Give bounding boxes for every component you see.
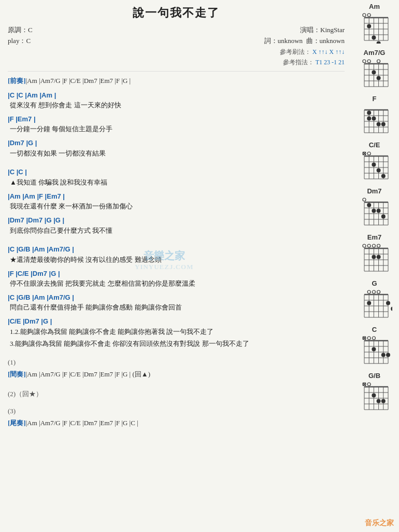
section-20: 問自己還有什麼值得搶手 能夠讓你會感動 能夠讓你會回首 (8, 302, 345, 313)
singer-label: 演唱： (300, 26, 320, 34)
play-label: play： (8, 37, 26, 45)
section-18: 停不住眼淚去挽留 把我要完就走 怎麼相信當初的你是那麼溫柔 (8, 278, 345, 289)
composer-label: 曲： (306, 37, 320, 45)
singer: KingStar (320, 26, 345, 34)
section-23 (8, 351, 345, 355)
section-27: (2)（回★） (8, 389, 345, 399)
section-16: ★還清楚最後吻你的時候 沒有以往的感受 難過念頭 (8, 255, 345, 265)
play-key: C (26, 37, 31, 45)
section-29: (3) (8, 407, 345, 415)
original-key-label: 原調： (8, 26, 28, 34)
section-4: 一分鐘一分鐘 每個短信主題是分手 (8, 124, 345, 135)
section-2: 從來沒有 想到你會走 這一天來的好快 (8, 100, 345, 111)
section-0: [前奏]|Am |Am7/G |F |C/E |Dm7 |Em7 |F |G | (8, 75, 345, 87)
bottom-logo: 音乐之家 (365, 519, 394, 528)
chord-name-Dm7: Dm7 (367, 187, 381, 195)
lyricist-label: 詞： (264, 37, 278, 45)
section-12: |Dm7 |Dm7 |G |G | (8, 215, 345, 226)
section-19: |C |G/B |Am |Am7/G | (8, 292, 345, 303)
section-10: |Am |Am |F |Em7 | (8, 191, 345, 202)
section-13: 到底你問你自己要什麼方式 我不懂 (8, 226, 345, 236)
section-30: [尾奏]|Am |Am7/G |F |C/E |Dm7 |Em7 |F |G |… (8, 417, 345, 429)
chord-G: G (353, 279, 396, 318)
section-17: |F |C/E |Dm7 |G | (8, 269, 345, 279)
section-28 (8, 400, 345, 404)
section-7 (8, 160, 345, 164)
section-22: 1.2.能夠讓你為我留 能夠讓你不會走 能夠讓你抱著我 說一句我不走了 3.能夠… (8, 327, 345, 349)
section-9: ▲我知道 你騙我 說和我沒有幸福 (8, 177, 345, 188)
ref-strum-link[interactable]: X ↑↑↓ X ↑↑↓ (312, 48, 345, 55)
section-21: |C/E |Dm7 |G | (8, 316, 345, 327)
song-title: 說一句我不走了 (8, 5, 345, 21)
chord-sidebar: AmAm7/GFC/EDm7Em7GCG/B (352, 0, 399, 532)
section-6: 一切都沒有如果 一切都沒有結果 (8, 148, 345, 159)
chord-Am7-G: Am7/G (353, 49, 396, 88)
chord-Em7: Em7 (353, 233, 396, 272)
chord-G-B: G/B (353, 372, 396, 411)
section-3: |F |Em7 | (8, 114, 345, 124)
ref-finger-line: 參考指法： T1 23 -1 21 (283, 59, 345, 66)
chord-name-Am: Am (369, 3, 380, 10)
sections-container: [前奏]|Am |Am7/G |F |C/E |Dm7 |Em7 |F |G |… (8, 75, 345, 429)
section-8: |C |C | (8, 167, 345, 177)
chord-F: F (353, 95, 396, 134)
chord-name-G-B: G/B (368, 372, 380, 380)
chord-name-C-E: C/E (369, 141, 380, 149)
chord-C: C (353, 326, 396, 365)
divider-top (8, 71, 345, 72)
ref-finger-link[interactable]: T1 23 -1 21 (316, 59, 345, 66)
chord-name-Am7-G: Am7/G (364, 49, 386, 57)
chord-name-F: F (373, 95, 377, 103)
composer: unknown (320, 37, 345, 45)
section-24: (1) (8, 358, 345, 367)
chord-name-Em7: Em7 (367, 233, 381, 241)
section-26 (8, 382, 345, 386)
ref-strum-line: 參考刷法： X ↑↑↓ X ↑↑↓ (280, 48, 345, 55)
section-5: |Dm7 |G | (8, 138, 345, 148)
chord-C-E: C/E (353, 141, 396, 180)
lyricist: unknown (278, 37, 303, 45)
meta-right: 演唱：KingStar 詞：unknown 曲：unknown 參考刷法： X … (264, 25, 345, 68)
chord-name-C: C (372, 326, 377, 333)
meta-left: 原調：C play：C (8, 25, 33, 47)
chord-name-G: G (372, 279, 377, 287)
chord-Dm7: Dm7 (353, 187, 396, 226)
section-1: |C |C |Am |Am | (8, 90, 345, 101)
section-15: |C |G/B |Am |Am7/G | (8, 244, 345, 255)
chord-Am: Am (353, 3, 396, 41)
section-25: [間奏]|Am |Am7/G |F |C/E |Dm7 |Em7 |F |G |… (8, 368, 345, 380)
section-11: 我現在還有什麼 來一杯酒加一份痛加傷心 (8, 201, 345, 212)
section-14 (8, 237, 345, 241)
original-key: C (28, 26, 33, 34)
